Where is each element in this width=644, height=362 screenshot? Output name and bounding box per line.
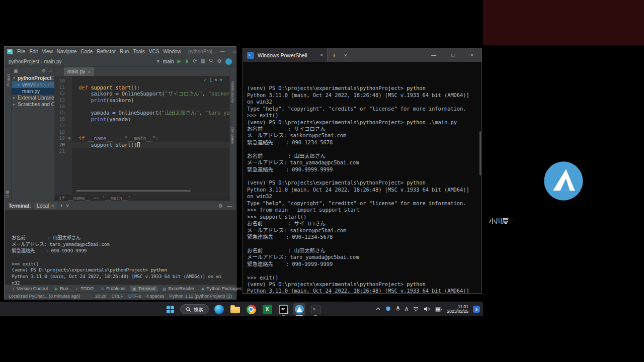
debug-button[interactable] — [185, 59, 189, 64]
pycharm-titlebar[interactable]: PC FileEditViewNavigateCodeRefactorRunTo… — [5, 47, 236, 56]
notifications-tool-tab[interactable]: Notifications — [230, 81, 235, 103]
more-actions-icon[interactable]: ▦ — [201, 59, 205, 64]
tree-expand-icon[interactable]: ▸ — [13, 96, 18, 100]
code-line[interactable]: 16 ▶ print(yamada) — [55, 116, 229, 123]
new-tab-button[interactable]: + — [328, 51, 341, 59]
next-issue-icon[interactable]: ˅ — [220, 77, 222, 82]
powershell-tab[interactable]: >_ Windows PowerShell × — [243, 48, 328, 62]
menu-item[interactable]: Code — [78, 49, 95, 54]
menu-item[interactable]: VCS — [147, 49, 162, 54]
tab-close-icon[interactable]: × — [320, 52, 323, 58]
menu-item[interactable]: File — [15, 49, 27, 54]
vcs-status-text[interactable]: Localized PyChar... (8 minutes ago) — [9, 294, 80, 299]
code-line[interactable]: 19 ▶ if __name__ == "__main__": — [55, 135, 229, 142]
maximize-button[interactable]: □ — [443, 48, 462, 62]
breadcrumb-file[interactable]: main.py — [44, 59, 62, 64]
taskbar-excel-icon[interactable]: X — [261, 303, 273, 315]
ime-indicator[interactable]: A — [405, 307, 409, 312]
status-widget[interactable]: 20:20 — [95, 294, 107, 299]
security-tray-icon[interactable] — [385, 305, 391, 314]
chevron-down-icon[interactable]: ▾ — [157, 59, 159, 64]
refresh-icon[interactable]: ⟳ — [193, 59, 197, 64]
terminal-hide-icon[interactable]: — — [227, 203, 232, 209]
run-button[interactable]: ▶ — [177, 59, 181, 64]
horizontal-scrollbar[interactable] — [76, 190, 191, 192]
taskbar-pycharm-icon[interactable]: PC — [277, 303, 289, 315]
tree-item[interactable]: ▸ Scratches and Consoles — [12, 101, 54, 108]
tool-window-tab[interactable]: ▶ Run — [52, 286, 71, 292]
tree-item[interactable]: ▾ pythonProject D:\projects\experimental… — [12, 75, 54, 81]
status-widget[interactable]: 4 spaces — [146, 294, 165, 299]
volume-tray-icon[interactable] — [424, 305, 430, 314]
menu-item[interactable]: Refactor — [95, 49, 118, 54]
taskbar-terminal-icon[interactable]: >_ — [309, 303, 321, 315]
code-editor[interactable]: 10 ▶ 11 ▶ def suppo — [55, 76, 229, 201]
terminal-tab-local[interactable]: Local × — [34, 203, 57, 209]
menu-item[interactable]: Run — [118, 49, 131, 54]
minimize-button[interactable]: — — [216, 47, 228, 56]
close-button[interactable]: × — [462, 48, 481, 62]
status-widget[interactable]: CRLF — [112, 294, 124, 299]
code-line[interactable]: 15 ▶ yamada = OnlineSupport("山田太郎さん", "t… — [55, 110, 229, 116]
terminal-dropdown-icon[interactable]: ˅ — [66, 203, 69, 209]
menu-item[interactable]: Navigate — [55, 49, 78, 54]
tool-window-tab[interactable]: ⚠ Problems — [98, 286, 128, 292]
tool-window-tab[interactable]: ▤ ExcelReader — [160, 286, 197, 292]
menu-item[interactable]: Edit — [27, 49, 40, 54]
tree-expand-icon[interactable]: ▾ — [13, 76, 18, 80]
search-box[interactable]: 検索 — [180, 304, 209, 314]
search-everywhere-button[interactable] — [209, 58, 214, 64]
locate-file-icon[interactable]: ▣ — [14, 68, 18, 73]
vertical-scrollbar[interactable] — [479, 131, 481, 175]
avatar[interactable] — [225, 58, 232, 65]
code-line[interactable]: 11 ▶ def support_start(): — [55, 84, 229, 91]
taskbar-pc5bai-icon[interactable] — [293, 303, 305, 315]
project-tool-tab[interactable]: Project — [6, 74, 11, 86]
left-strip-icons[interactable]: ▦◻ — [6, 190, 10, 199]
terminal-settings-icon[interactable]: ⚙ — [218, 203, 223, 209]
tree-item[interactable]: ▸ venv library root — [12, 81, 54, 88]
taskbar-chrome-icon[interactable] — [245, 303, 257, 315]
prev-issue-icon[interactable]: ˄ — [214, 77, 217, 82]
minimize-button[interactable]: — — [424, 48, 443, 62]
tool-window-tab[interactable]: ✓ TODO — [73, 286, 97, 292]
microphone-tray-icon[interactable] — [395, 305, 400, 314]
settings-gear-icon[interactable]: ⚙ — [217, 59, 222, 64]
tree-expand-icon[interactable]: ▸ — [18, 82, 22, 87]
notification-badge[interactable]: 3 — [473, 306, 480, 313]
code-line[interactable]: 12 ▶ saikoro = OnlineSupport("サイコロさん", "… — [55, 90, 229, 97]
breadcrumb-project[interactable]: pythonProject — [9, 59, 39, 64]
powershell-output[interactable]: (venv) PS D:\projects\experimentals\pyth… — [243, 62, 481, 293]
powershell-titlebar[interactable]: >_ Windows PowerShell × + ˅ — □ × — [243, 48, 481, 62]
run-config-selector[interactable]: main — [163, 59, 174, 64]
tool-window-tab[interactable]: ▣ Terminal — [130, 286, 158, 292]
database-tool-tab[interactable]: Database — [230, 127, 235, 144]
start-button[interactable] — [164, 303, 176, 315]
menu-item[interactable]: Tools — [131, 49, 146, 54]
tab-dropdown-icon[interactable]: ˅ — [341, 53, 351, 58]
taskbar-explorer-icon[interactable] — [229, 303, 241, 315]
network-tray-icon[interactable] — [413, 305, 419, 314]
tool-window-tab[interactable]: ◈ Python Packages — [199, 286, 244, 292]
code-line[interactable]: 18 ▶ — [55, 129, 229, 136]
tree-item[interactable]: main.py — [12, 88, 54, 95]
code-line[interactable]: 14 ▶ — [55, 104, 229, 110]
run-line-icon[interactable]: ▶ — [68, 136, 71, 141]
taskbar-edge-icon[interactable] — [213, 303, 225, 315]
status-widget[interactable]: UTF-8 — [128, 294, 141, 299]
tab-close-icon[interactable]: × — [51, 203, 54, 208]
menu-item[interactable]: View — [40, 49, 55, 54]
battery-tray-icon[interactable] — [435, 305, 442, 314]
status-widget[interactable]: Python 3.11 (pythonProject) (2) — [170, 294, 232, 299]
tab-close-icon[interactable]: × — [88, 69, 91, 74]
panel-settings-icon[interactable]: ⚙ — [42, 68, 46, 73]
code-line[interactable]: 21 ▶ — [55, 148, 229, 155]
inspection-widget[interactable]: ✓ 1 ˄ ˅ — [203, 77, 222, 82]
tool-window-tab[interactable]: Y Version Control — [10, 286, 50, 292]
tree-item[interactable]: ▸ External Libraries — [12, 95, 54, 101]
maximize-button[interactable]: □ — [228, 47, 240, 56]
new-terminal-icon[interactable]: + — [60, 203, 63, 209]
code-line[interactable]: 17 ▶ — [55, 123, 229, 129]
code-line[interactable]: 20 ▶ support_start() — [55, 142, 229, 148]
menu-item[interactable]: Window — [161, 49, 183, 54]
